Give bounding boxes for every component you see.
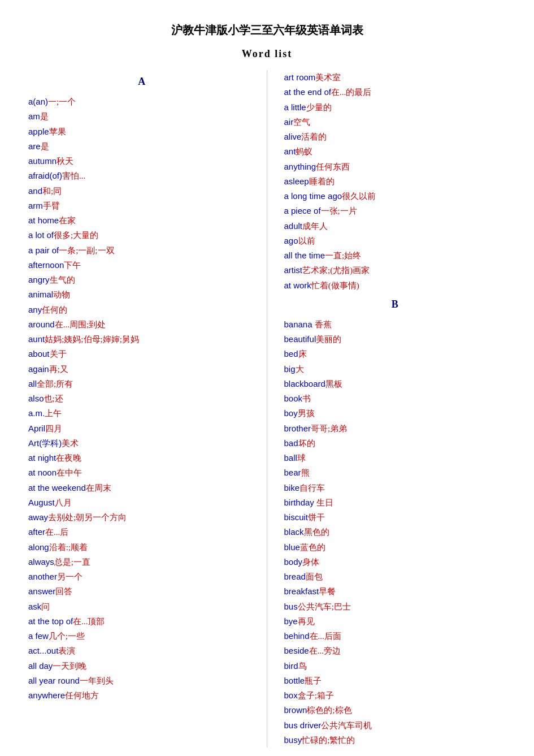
right-col-B-entries: banana 香蕉beautiful美丽的bed床big大blackboard黑… <box>284 317 506 748</box>
word-cn: 一天到晚 <box>53 662 86 671</box>
word-en: body <box>284 557 303 567</box>
word-cn: 在...后面 <box>310 632 341 641</box>
word-cn: 沿着:;顺着 <box>49 543 88 552</box>
word-en: all <box>28 379 37 388</box>
page: 沪教牛津版小学三至六年级英语单词表 Word list A a(an)一;一个a… <box>0 0 534 756</box>
list-item: black黑色的 <box>284 525 506 539</box>
word-en: a few <box>28 631 49 641</box>
list-item: arm手臂 <box>28 198 255 213</box>
list-item: answer回答 <box>28 584 255 599</box>
word-cn: 在...后 <box>45 528 68 537</box>
list-item: away去别处;朝另一个方向 <box>28 510 255 525</box>
word-en: at work <box>284 280 311 290</box>
word-cn: 是 <box>40 112 49 121</box>
word-cn: 全部;所有 <box>37 379 73 388</box>
word-cn: 动物 <box>53 290 70 299</box>
list-item: are是 <box>28 139 255 154</box>
word-en: act...out <box>28 646 58 655</box>
word-cn: 一条;一副;一双 <box>59 246 114 255</box>
word-en: biscuit <box>284 512 309 522</box>
word-en: also <box>28 394 44 403</box>
word-cn: 害怕... <box>62 171 85 180</box>
word-en: are <box>28 141 41 151</box>
word-en: brown <box>284 705 307 715</box>
word-cn: 在中午 <box>57 468 82 477</box>
list-item: boy男孩 <box>284 406 506 421</box>
word-cn: 忙着(做事情) <box>311 281 359 290</box>
word-cn: 黑板 <box>325 379 342 388</box>
page-title: 沪教牛津版小学三至六年级英语单词表 <box>28 23 506 38</box>
list-item: always总是;一直 <box>28 555 255 569</box>
word-cn: 一张;一片 <box>321 206 357 215</box>
word-en: autumn <box>28 156 57 166</box>
word-en: bus driver <box>284 720 322 730</box>
word-en: bye <box>284 616 298 626</box>
word-en: bird <box>284 661 298 671</box>
list-item: busy忙碌的;繁忙的 <box>284 733 506 748</box>
word-en: ball <box>284 453 297 463</box>
list-item: at home在家 <box>28 213 255 228</box>
word-en: again <box>28 364 49 374</box>
word-cn: 八月 <box>55 498 72 507</box>
word-en: bread <box>284 572 306 581</box>
list-item: at the top of在...顶部 <box>28 614 255 629</box>
list-item: body身体 <box>284 555 506 569</box>
list-item: also也;还 <box>28 391 255 406</box>
list-item: at the weekend在周末 <box>28 481 255 495</box>
word-en: any <box>28 305 42 314</box>
list-item: asleep睡着的 <box>284 174 506 189</box>
word-cn: 任何东西 <box>316 162 350 171</box>
list-item: bed床 <box>284 347 506 361</box>
word-en: bottle <box>284 676 305 685</box>
list-item: art room美术室 <box>284 70 506 85</box>
word-cn: 忙碌的;繁忙的 <box>302 736 355 745</box>
list-item: a.m.上午 <box>28 406 255 421</box>
word-cn: 空气 <box>293 118 310 127</box>
list-item: anything任何东西 <box>284 159 506 174</box>
list-item: banana 香蕉 <box>284 317 506 332</box>
word-cn: 是 <box>41 142 49 151</box>
list-item: breakfast早餐 <box>284 584 506 599</box>
word-en: at home <box>28 215 59 225</box>
word-cn: 问 <box>41 602 50 611</box>
word-en: animal <box>28 290 53 299</box>
word-en: anything <box>284 162 316 171</box>
word-en: all day <box>28 661 53 671</box>
list-item: anywhere任何地方 <box>28 688 255 703</box>
word-en: angry <box>28 275 50 284</box>
word-en: after <box>28 527 45 537</box>
list-item: angry生气的 <box>28 273 255 287</box>
word-cn: 坏的 <box>298 439 315 448</box>
word-cn: 很久以前 <box>342 192 376 201</box>
list-item: August八月 <box>28 495 255 510</box>
word-en: a piece of <box>284 206 321 215</box>
word-en: at the end of <box>284 87 331 97</box>
list-item: all day一天到晚 <box>28 659 255 673</box>
list-item: after在...后 <box>28 525 255 539</box>
left-column: A a(an)一;一个am是apple苹果are是autumn秋天afraid(… <box>28 70 267 748</box>
word-en: air <box>284 117 294 127</box>
list-item: a pair of一条;一副;一双 <box>28 243 255 258</box>
word-en: answer <box>28 586 55 596</box>
list-item: bird鸟 <box>284 659 506 673</box>
word-en: alive <box>284 132 302 141</box>
word-en: always <box>28 557 54 567</box>
word-cn: 一;一个 <box>48 97 76 106</box>
list-item: behind在...后面 <box>284 629 506 643</box>
word-cn: 少量的 <box>306 103 332 112</box>
list-item: again再;又 <box>28 362 255 377</box>
word-en: a(an) <box>28 97 48 106</box>
word-cn: 姑妈;姨妈;伯母;婶婶;舅妈 <box>45 335 139 344</box>
list-item: at noon在中午 <box>28 465 255 480</box>
word-en: at night <box>28 453 56 463</box>
list-item: am是 <box>28 109 255 124</box>
word-en: a long time ago <box>284 191 342 201</box>
word-en: banana <box>284 319 315 329</box>
word-cn: 一直;始终 <box>325 251 361 260</box>
word-en: aunt <box>28 334 45 344</box>
word-cn: 在家 <box>59 216 76 225</box>
word-cn: 生气的 <box>50 275 75 284</box>
word-en: another <box>28 572 57 581</box>
word-en: a little <box>284 102 306 112</box>
word-list-title: Word list <box>28 48 506 60</box>
